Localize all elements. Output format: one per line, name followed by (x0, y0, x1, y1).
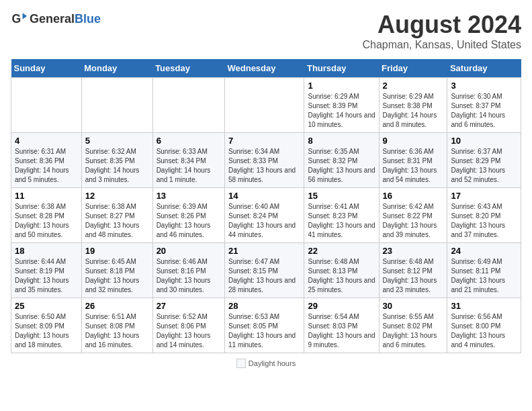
day-number: 12 (85, 191, 149, 201)
calendar-cell: 4 Sunrise: 6:31 AMSunset: 8:36 PMDayligh… (11, 133, 82, 188)
logo: G GeneralBlue (11, 11, 101, 27)
day-detail: Sunrise: 6:48 AMSunset: 8:13 PMDaylight:… (308, 257, 375, 295)
column-header-sunday: Sunday (11, 59, 82, 78)
day-number: 19 (85, 246, 149, 256)
day-detail: Sunrise: 6:45 AMSunset: 8:18 PMDaylight:… (85, 257, 149, 295)
calendar-cell: 6 Sunrise: 6:33 AMSunset: 8:34 PMDayligh… (152, 133, 224, 188)
calendar-cell: 29 Sunrise: 6:54 AMSunset: 8:03 PMDaylig… (304, 298, 379, 353)
day-detail: Sunrise: 6:53 AMSunset: 8:05 PMDaylight:… (228, 312, 300, 350)
day-detail: Sunrise: 6:29 AMSunset: 8:38 PMDaylight:… (383, 92, 444, 130)
calendar-cell: 16 Sunrise: 6:42 AMSunset: 8:22 PMDaylig… (379, 188, 447, 243)
legend-label: Daylight hours (249, 359, 296, 367)
day-number: 6 (157, 136, 221, 146)
day-number: 11 (15, 191, 78, 201)
day-number: 2 (383, 81, 444, 91)
day-detail: Sunrise: 6:39 AMSunset: 8:26 PMDaylight:… (157, 202, 221, 240)
day-detail: Sunrise: 6:52 AMSunset: 8:06 PMDaylight:… (157, 312, 221, 350)
calendar-cell (81, 78, 152, 133)
day-number: 10 (451, 136, 517, 146)
day-detail: Sunrise: 6:40 AMSunset: 8:24 PMDaylight:… (228, 202, 300, 240)
calendar-cell: 24 Sunrise: 6:49 AMSunset: 8:11 PMDaylig… (447, 243, 521, 298)
day-number: 18 (15, 246, 78, 256)
day-number: 22 (308, 246, 375, 256)
calendar-cell: 20 Sunrise: 6:46 AMSunset: 8:16 PMDaylig… (152, 243, 224, 298)
calendar-cell (224, 78, 304, 133)
day-number: 4 (15, 136, 78, 146)
day-detail: Sunrise: 6:36 AMSunset: 8:31 PMDaylight:… (383, 147, 444, 185)
calendar-cell: 12 Sunrise: 6:38 AMSunset: 8:27 PMDaylig… (81, 188, 152, 243)
day-detail: Sunrise: 6:38 AMSunset: 8:28 PMDaylight:… (15, 202, 78, 240)
calendar-cell: 27 Sunrise: 6:52 AMSunset: 8:06 PMDaylig… (152, 298, 224, 353)
day-detail: Sunrise: 6:55 AMSunset: 8:02 PMDaylight:… (383, 312, 444, 350)
day-detail: Sunrise: 6:33 AMSunset: 8:34 PMDaylight:… (157, 147, 221, 185)
calendar-cell: 23 Sunrise: 6:48 AMSunset: 8:12 PMDaylig… (379, 243, 447, 298)
day-number: 28 (228, 301, 300, 311)
calendar-cell: 15 Sunrise: 6:41 AMSunset: 8:23 PMDaylig… (304, 188, 379, 243)
calendar-cell: 14 Sunrise: 6:40 AMSunset: 8:24 PMDaylig… (224, 188, 304, 243)
day-detail: Sunrise: 6:35 AMSunset: 8:32 PMDaylight:… (308, 147, 375, 185)
calendar-cell (152, 78, 224, 133)
day-detail: Sunrise: 6:44 AMSunset: 8:19 PMDaylight:… (15, 257, 78, 295)
day-detail: Sunrise: 6:41 AMSunset: 8:23 PMDaylight:… (308, 202, 375, 240)
day-number: 25 (15, 301, 78, 311)
calendar-cell: 7 Sunrise: 6:34 AMSunset: 8:33 PMDayligh… (224, 133, 304, 188)
calendar-cell: 22 Sunrise: 6:48 AMSunset: 8:13 PMDaylig… (304, 243, 379, 298)
logo-icon: G (11, 11, 27, 27)
calendar-cell: 9 Sunrise: 6:36 AMSunset: 8:31 PMDayligh… (379, 133, 447, 188)
day-number: 27 (157, 301, 221, 311)
day-detail: Sunrise: 6:34 AMSunset: 8:33 PMDaylight:… (228, 147, 300, 185)
title-area: August 2024 Chapman, Kansas, United Stat… (362, 11, 521, 51)
calendar-cell (11, 78, 82, 133)
day-number: 26 (85, 301, 149, 311)
day-number: 24 (451, 246, 517, 256)
day-detail: Sunrise: 6:38 AMSunset: 8:27 PMDaylight:… (85, 202, 149, 240)
calendar-cell: 17 Sunrise: 6:43 AMSunset: 8:20 PMDaylig… (447, 188, 521, 243)
day-number: 3 (451, 81, 517, 91)
day-detail: Sunrise: 6:43 AMSunset: 8:20 PMDaylight:… (451, 202, 517, 240)
calendar-cell: 11 Sunrise: 6:38 AMSunset: 8:28 PMDaylig… (11, 188, 82, 243)
day-number: 20 (157, 246, 221, 256)
calendar-cell: 18 Sunrise: 6:44 AMSunset: 8:19 PMDaylig… (11, 243, 82, 298)
legend-box (236, 359, 246, 368)
week-row: 11 Sunrise: 6:38 AMSunset: 8:28 PMDaylig… (11, 188, 521, 243)
calendar-cell: 1 Sunrise: 6:29 AMSunset: 8:39 PMDayligh… (304, 78, 379, 133)
calendar-cell: 30 Sunrise: 6:55 AMSunset: 8:02 PMDaylig… (379, 298, 447, 353)
calendar-cell: 31 Sunrise: 6:56 AMSunset: 8:00 PMDaylig… (447, 298, 521, 353)
day-number: 21 (228, 246, 300, 256)
day-detail: Sunrise: 6:47 AMSunset: 8:15 PMDaylight:… (228, 257, 300, 295)
week-row: 18 Sunrise: 6:44 AMSunset: 8:19 PMDaylig… (11, 243, 521, 298)
column-header-tuesday: Tuesday (152, 59, 224, 78)
day-detail: Sunrise: 6:46 AMSunset: 8:16 PMDaylight:… (157, 257, 221, 295)
column-header-thursday: Thursday (304, 59, 379, 78)
column-header-monday: Monday (81, 59, 152, 78)
svg-marker-1 (23, 13, 27, 19)
calendar-cell: 21 Sunrise: 6:47 AMSunset: 8:15 PMDaylig… (224, 243, 304, 298)
calendar-footer: Daylight hours (11, 359, 521, 368)
week-row: 25 Sunrise: 6:50 AMSunset: 8:09 PMDaylig… (11, 298, 521, 353)
day-detail: Sunrise: 6:42 AMSunset: 8:22 PMDaylight:… (383, 202, 444, 240)
day-number: 15 (308, 191, 375, 201)
column-header-wednesday: Wednesday (224, 59, 304, 78)
day-detail: Sunrise: 6:54 AMSunset: 8:03 PMDaylight:… (308, 312, 375, 350)
day-detail: Sunrise: 6:30 AMSunset: 8:37 PMDaylight:… (451, 92, 517, 130)
column-header-friday: Friday (379, 59, 447, 78)
calendar-cell: 3 Sunrise: 6:30 AMSunset: 8:37 PMDayligh… (447, 78, 521, 133)
logo-blue: Blue (75, 12, 101, 26)
day-detail: Sunrise: 6:50 AMSunset: 8:09 PMDaylight:… (15, 312, 78, 350)
column-header-saturday: Saturday (447, 59, 521, 78)
calendar-table: SundayMondayTuesdayWednesdayThursdayFrid… (11, 59, 521, 353)
calendar-cell: 25 Sunrise: 6:50 AMSunset: 8:09 PMDaylig… (11, 298, 82, 353)
day-number: 31 (451, 301, 517, 311)
day-number: 17 (451, 191, 517, 201)
legend-item: Daylight hours (236, 359, 296, 368)
calendar-cell: 8 Sunrise: 6:35 AMSunset: 8:32 PMDayligh… (304, 133, 379, 188)
day-number: 30 (383, 301, 444, 311)
day-number: 16 (383, 191, 444, 201)
logo-general: General (30, 12, 75, 26)
day-detail: Sunrise: 6:32 AMSunset: 8:35 PMDaylight:… (85, 147, 149, 185)
day-detail: Sunrise: 6:37 AMSunset: 8:29 PMDaylight:… (451, 147, 517, 185)
calendar-cell: 13 Sunrise: 6:39 AMSunset: 8:26 PMDaylig… (152, 188, 224, 243)
calendar-cell: 26 Sunrise: 6:51 AMSunset: 8:08 PMDaylig… (81, 298, 152, 353)
svg-text:G: G (12, 12, 21, 26)
day-number: 9 (383, 136, 444, 146)
